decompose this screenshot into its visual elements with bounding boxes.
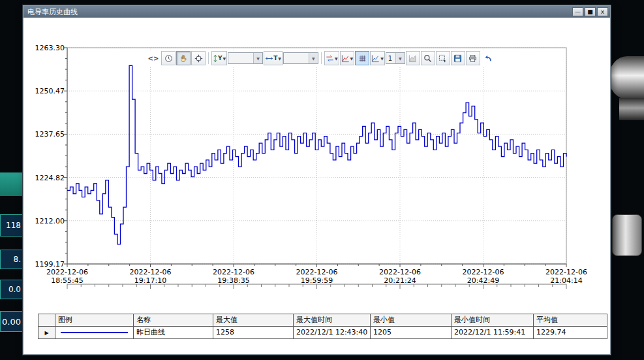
table-header-cell[interactable]: 最大值 (213, 314, 294, 327)
export-button[interactable] (451, 51, 465, 65)
table-cell[interactable]: 1229.74 (534, 327, 607, 339)
history-chart[interactable] (23, 18, 610, 354)
hand-icon (179, 54, 188, 63)
x-axis-label: 2022-12-0620:21:24 (370, 268, 430, 285)
region-select-button[interactable] (436, 51, 450, 65)
chevron-down-icon: ▼ (309, 53, 318, 63)
save-icon (453, 54, 462, 63)
window-body: 1263.301250.471237.651224.821212.001199.… (23, 18, 610, 354)
chevron-down-icon: ▼ (278, 56, 281, 61)
grid-toggle-button[interactable] (355, 51, 369, 65)
time-axis-combo[interactable]: ▼ (283, 52, 318, 64)
table-header-cell[interactable]: 名称 (134, 314, 213, 327)
close-button[interactable]: x (597, 7, 608, 16)
window-title: 电导率历史曲线 (27, 7, 571, 17)
toolbar-separator (321, 52, 322, 64)
scada-desktop: 118 8. 0.0 0.00 电导率历史曲线 — ■ x 1263.30125… (0, 0, 644, 360)
hmi-readout-2: 8. (0, 250, 23, 269)
pipe-graphic (609, 56, 644, 99)
hmi-teal-panel (0, 172, 23, 196)
zoom-button[interactable] (421, 51, 435, 65)
pointer-tool-button[interactable]: <> (146, 51, 161, 65)
clock-icon (164, 54, 173, 63)
y-axis-scale-button[interactable]: Y ▼ (211, 51, 227, 65)
area-style-button[interactable] (406, 51, 420, 65)
chevron-down-icon: ▼ (395, 53, 405, 63)
pan-tool-button[interactable] (176, 51, 191, 65)
minimize-icon: — (575, 8, 581, 15)
maximize-button[interactable]: ■ (585, 7, 596, 16)
series-line (67, 65, 566, 244)
time-axis-scale-button[interactable]: T ▼ (264, 51, 283, 65)
crosshair-tool-button[interactable] (191, 51, 206, 65)
legend-line (61, 332, 128, 333)
hmi-readout-1: 118 (0, 214, 23, 237)
crosshair-icon (194, 54, 203, 63)
history-curve-window: 电导率历史曲线 — ■ x 1263.301250.471237.651224.… (23, 5, 611, 355)
minimize-button[interactable]: — (572, 7, 583, 16)
toolbar-separator (208, 52, 209, 64)
chart-toolbar: <> Y ▼ ▼ T (145, 50, 497, 66)
y-axis-combo[interactable]: ▼ (228, 52, 263, 64)
table-cell[interactable]: 2022/12/1 12:43:40 (294, 327, 371, 339)
chevron-down-icon: ▼ (253, 53, 262, 63)
y-axis-label: 1250.47 (27, 87, 65, 95)
table-header-cell[interactable]: 最大值时间 (294, 314, 371, 327)
curve-style-button[interactable]: ▼ (340, 51, 355, 65)
chevron-down-icon: ▼ (350, 56, 354, 61)
x-axis-label: 2022-12-0621:04:14 (536, 268, 596, 285)
chevron-down-icon: ▼ (380, 56, 384, 61)
table-corner-cell[interactable] (38, 314, 55, 327)
y-axis-label: 1237.65 (27, 130, 65, 139)
y-axis-label: 1212.00 (27, 217, 65, 225)
x-axis-label: 2022-12-0619:59:59 (287, 268, 347, 285)
x-axis-label: 2022-12-0619:38:35 (204, 268, 264, 285)
close-icon: x (601, 8, 604, 15)
table-header-cell[interactable]: 图例 (55, 314, 134, 327)
table-cell[interactable]: 1258 (213, 327, 294, 339)
hmi-readout-3: 0.0 (0, 280, 23, 299)
y-axis-label: 1224.82 (27, 174, 65, 182)
pipe-graphic (619, 98, 644, 120)
table-cell[interactable]: 昨日曲线 (134, 327, 213, 339)
vertical-axis-icon (213, 54, 218, 63)
y-axis-label: 1263.30 (27, 44, 65, 52)
time-cursor-button[interactable] (161, 51, 176, 65)
print-button[interactable] (466, 51, 480, 65)
curve-count-combo[interactable]: 1▼ (386, 52, 405, 64)
curve-compare-button[interactable]: ▼ (324, 51, 339, 65)
grid-icon (358, 54, 367, 63)
legend-cell[interactable] (55, 327, 134, 339)
compare-arrows-icon (326, 54, 334, 63)
table-cell[interactable]: 1205 (371, 327, 452, 339)
x-axis-label: 2022-12-0618:55:45 (37, 268, 97, 285)
printer-icon (468, 54, 477, 63)
row-selector-cell[interactable]: ▶ (38, 327, 55, 339)
table-header-cell[interactable]: 平均值 (534, 314, 607, 327)
magnifier-icon (423, 54, 432, 63)
table-header-row: 图例名称最大值最大值时间最小值最小值时间平均值 (38, 314, 607, 327)
undo-button[interactable] (481, 51, 495, 65)
horizontal-axis-icon (265, 56, 273, 61)
window-titlebar[interactable]: 电导率历史曲线 — ■ x (23, 6, 610, 18)
chevron-down-icon: ▼ (335, 56, 338, 61)
selection-rect-icon (438, 54, 447, 63)
tank-graphic (612, 214, 642, 256)
statistics-table: 图例名称最大值最大值时间最小值最小值时间平均值▶昨日曲线12582022/12/… (38, 314, 607, 339)
chevron-down-icon: ▼ (223, 56, 226, 61)
curve-count-button[interactable]: ▼ (370, 51, 385, 65)
table-row[interactable]: ▶昨日曲线12582022/12/1 12:43:4012052022/12/1… (38, 327, 607, 339)
maximize-icon: ■ (587, 8, 593, 15)
table-cell[interactable]: 2022/12/1 11:59:41 (452, 327, 534, 339)
x-axis-label: 2022-12-0620:42:49 (453, 268, 514, 285)
area-chart-icon (408, 54, 417, 63)
table-header-cell[interactable]: 最小值 (371, 314, 452, 327)
line-chart-icon (341, 54, 350, 63)
multi-curve-icon (371, 54, 380, 63)
hmi-readout-4: 0.00 (0, 311, 23, 332)
table-header-cell[interactable]: 最小值时间 (452, 314, 534, 327)
x-axis-label: 2022-12-0619:17:10 (121, 268, 181, 285)
undo-arrow-icon (483, 54, 492, 63)
